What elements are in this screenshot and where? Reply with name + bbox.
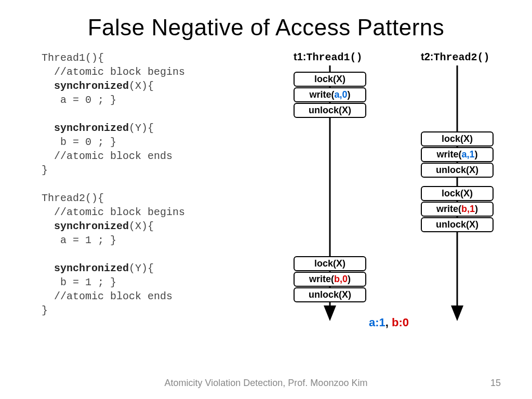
content-area: Thread1(){ //atomic block begins synchro… [0,51,532,321]
t2-unlock-1: unlock(X) [421,163,494,178]
footer-text: Atomicity Violation Detection, Prof. Moo… [0,378,532,389]
t2-write-a1: write(a,1) [421,147,494,162]
thread2-header: t2:Thread2() [421,51,489,63]
slide-title: False Negative of Access Patterns [0,15,532,41]
t2-unlock-2: unlock(X) [421,217,494,232]
t1-lock-1: lock(X) [294,72,366,87]
t1-write-b0: write(b,0) [294,272,366,287]
result-values: a:1, b:0 [369,316,409,329]
t2-lock-2: lock(X) [421,186,494,201]
timeline-diagram: t1:Thread1() t2:Thread2() lock(X) write(… [249,51,511,321]
t1-lock-2: lock(X) [294,256,366,271]
t2-write-b1: write(b,1) [421,202,494,217]
code-listing: Thread1(){ //atomic block begins synchro… [42,51,249,321]
t1-unlock-1: unlock(X) [294,103,366,118]
t1-unlock-2: unlock(X) [294,287,366,302]
page-number: 15 [490,378,501,389]
thread1-header: t1:Thread1() [294,51,362,63]
t1-write-a0: write(a,0) [294,87,366,102]
t2-lock-1: lock(X) [421,131,494,147]
